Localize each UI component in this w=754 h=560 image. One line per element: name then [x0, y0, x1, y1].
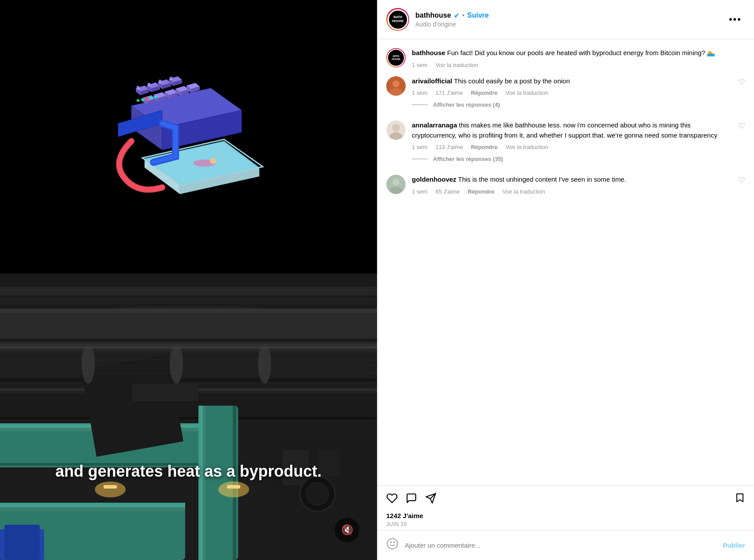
comment-1-translate[interactable]: Voir la traduction: [506, 90, 549, 96]
verified-badge: ✔: [454, 11, 459, 20]
caption-avatar[interactable]: BATHHOUSE: [387, 49, 405, 67]
comment-1-username[interactable]: arivailofficial: [412, 77, 452, 85]
svg-rect-94: [0, 353, 377, 353]
svg-rect-85: [227, 485, 240, 489]
caption-avatar-ring: BATHHOUSE: [386, 48, 406, 67]
caption-content: bathhouse Fun fact! Did you know our poo…: [412, 48, 745, 68]
svg-rect-18: [148, 83, 150, 86]
svg-rect-77: [0, 287, 377, 295]
comment-2-replies-toggle[interactable]: Afficher les réponses (35): [412, 156, 732, 162]
svg-rect-53: [0, 309, 377, 313]
likes-count[interactable]: 1242 J'aime: [386, 512, 745, 519]
comment-3-username[interactable]: goldenhoovez: [412, 175, 456, 183]
comment-1-replies-toggle[interactable]: Afficher les réponses (4): [412, 101, 732, 108]
caption-text: bathhouse Fun fact! Did you know our poo…: [412, 49, 716, 56]
svg-point-105: [392, 179, 399, 186]
heart-button[interactable]: [386, 493, 398, 506]
comment-3-reply[interactable]: Répondre: [468, 188, 495, 195]
mining-illustration: [74, 53, 303, 220]
comment-3-translate[interactable]: Voir la traduction: [502, 188, 545, 195]
publish-button[interactable]: Publier: [723, 541, 745, 549]
comment-row: goldenhoovez This is the most unhinged c…: [386, 175, 745, 195]
comment-2-reply[interactable]: Répondre: [471, 144, 498, 150]
comment-1-content: arivailofficial This could easily be a p…: [412, 76, 732, 111]
svg-rect-75: [132, 384, 198, 401]
svg-point-99: [392, 80, 399, 87]
svg-rect-61: [0, 417, 377, 419]
comment-button[interactable]: [406, 493, 417, 506]
comment-2-time: 1 sem: [412, 144, 427, 150]
comment-1-meta: 1 sem 171 J'aime Répondre Voir la traduc…: [412, 90, 732, 96]
post-avatar-ring: BATH HOUSE: [386, 8, 409, 31]
comment-1-body: This could easily be a post by the onion: [452, 77, 570, 85]
bookmark-button[interactable]: [735, 493, 745, 506]
svg-marker-109: [737, 494, 743, 502]
header-username[interactable]: bathhouse: [415, 11, 451, 19]
caption-body: Fun fact! Did you know our pools are hea…: [445, 49, 716, 56]
svg-point-47: [150, 97, 153, 99]
comment-3-body: This is the most unhinged content I've s…: [456, 175, 626, 183]
comment-avatar-2[interactable]: [386, 120, 406, 140]
svg-rect-93: [0, 347, 377, 348]
comment-2-like-icon[interactable]: ♡: [738, 120, 745, 131]
svg-point-80: [170, 344, 183, 384]
comment-input[interactable]: [405, 541, 723, 549]
svg-rect-97: [0, 373, 377, 373]
follow-button[interactable]: Suivre: [467, 11, 489, 19]
svg-point-82: [95, 482, 126, 497]
comment-1-reply[interactable]: Répondre: [471, 90, 498, 96]
comment-1-like-icon[interactable]: ♡: [738, 76, 745, 87]
comment-3-like-icon[interactable]: ♡: [738, 175, 745, 185]
header-info: bathhouse ✔ • Suivre Audio d'origine: [415, 11, 725, 28]
comment-2-username[interactable]: annalarranaga: [412, 121, 457, 129]
svg-point-45: [141, 98, 144, 101]
right-panel: BATH HOUSE bathhouse ✔ • Suivre Audio d'…: [377, 0, 754, 560]
svg-rect-14: [137, 86, 139, 90]
svg-rect-54: [0, 339, 377, 342]
svg-point-44: [137, 99, 139, 102]
post-header: BATH HOUSE bathhouse ✔ • Suivre Audio d'…: [377, 0, 754, 39]
replies-line: [412, 105, 428, 105]
comment-1-time: 1 sem: [412, 90, 427, 96]
svg-point-110: [387, 538, 397, 549]
emoji-button[interactable]: [386, 538, 399, 553]
caption-username[interactable]: bathhouse: [412, 49, 445, 56]
svg-rect-78: [0, 298, 377, 304]
comment-2-likes: 113 J'aime: [435, 144, 463, 150]
post-avatar-logo: BATH HOUSE: [389, 15, 407, 23]
video-overlay-text: and generates heat as a byproduct.: [55, 462, 321, 481]
svg-rect-58: [0, 346, 377, 351]
comment-2-replies-label[interactable]: Afficher les réponses (35): [433, 156, 503, 162]
comment-avatar-1[interactable]: [386, 76, 406, 96]
comment-2-meta: 1 sem 113 J'aime Répondre Voir la traduc…: [412, 144, 732, 150]
caption-time: 1 sem: [412, 62, 427, 68]
comment-row: annalarranaga this makes me like bathhou…: [386, 120, 745, 165]
comment-1-replies-label[interactable]: Afficher les réponses (4): [433, 101, 500, 108]
mute-button[interactable]: 🔇: [335, 518, 359, 542]
comments-area: BATHHOUSE bathhouse Fun fact! Did you kn…: [377, 39, 754, 485]
svg-rect-22: [159, 80, 161, 83]
svg-rect-96: [0, 366, 377, 366]
svg-rect-83: [104, 485, 117, 489]
more-options-button[interactable]: •••: [725, 12, 745, 27]
caption-translate[interactable]: Voir la traduction: [435, 62, 478, 68]
comment-2-body: this makes me like bathhouse less. now i…: [412, 121, 717, 139]
svg-point-48: [154, 96, 157, 98]
caption-avatar-logo: BATHHOUSE: [392, 55, 400, 60]
comment-3-time: 1 sem: [412, 188, 427, 195]
dot-separator: •: [462, 11, 465, 19]
share-button[interactable]: [425, 493, 437, 506]
svg-point-81: [258, 344, 271, 384]
comment-3-likes: 65 J'aime: [435, 188, 459, 195]
svg-point-102: [392, 124, 400, 132]
svg-point-79: [82, 344, 95, 384]
video-top: [0, 0, 377, 273]
comment-3-meta: 1 sem 65 J'aime Répondre Voir la traduct…: [412, 188, 732, 195]
comment-avatar-3[interactable]: [386, 175, 406, 194]
comment-2-translate[interactable]: Voir la traduction: [506, 144, 549, 150]
svg-rect-92: [4, 525, 40, 560]
action-icons: [386, 493, 735, 506]
video-bottom: and generates heat as a byproduct.: [0, 273, 377, 560]
comment-row: arivailofficial This could easily be a p…: [386, 76, 745, 111]
post-avatar[interactable]: BATH HOUSE: [388, 9, 408, 30]
